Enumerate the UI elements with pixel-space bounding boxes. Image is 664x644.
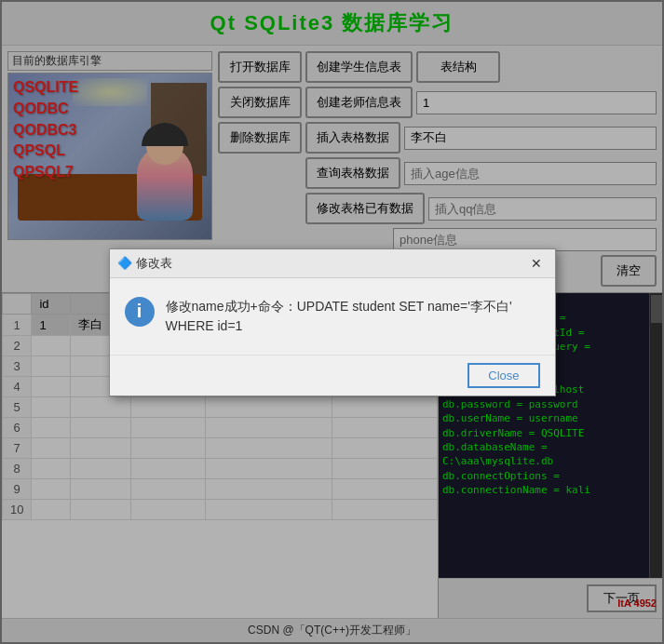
modal-title-bar: 🔷 修改表 ✕: [110, 249, 555, 278]
modal-overlay: 🔷 修改表 ✕ i 修改name成功+命令：UPDATE student SET…: [0, 0, 664, 644]
dialog-close-button[interactable]: Close: [468, 363, 539, 388]
info-icon: i: [125, 297, 155, 327]
modal-close-x-button[interactable]: ✕: [525, 254, 548, 273]
info-icon-text: i: [137, 301, 142, 322]
modal-title-text: 🔷 修改表: [117, 255, 172, 272]
modal-body: i 修改name成功+命令：UPDATE student SET name='李…: [110, 278, 555, 355]
modal-footer: Close: [110, 355, 555, 396]
modal-title-label: 修改表: [136, 255, 172, 272]
modal-message: 修改name成功+命令：UPDATE student SET name='李不白…: [166, 297, 540, 336]
modal-icon-small: 🔷: [117, 256, 132, 270]
modal-dialog: 🔷 修改表 ✕ i 修改name成功+命令：UPDATE student SET…: [109, 248, 556, 396]
